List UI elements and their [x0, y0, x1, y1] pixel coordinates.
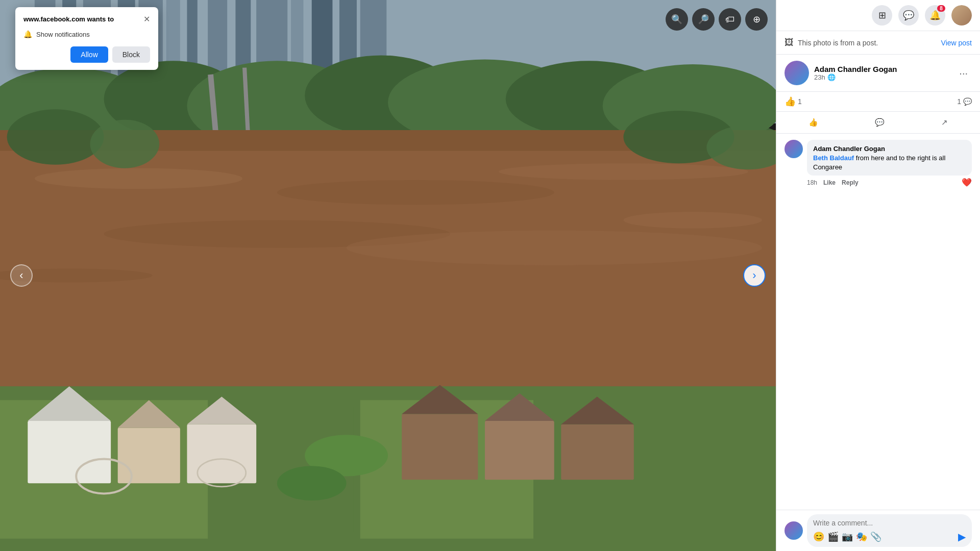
main-viewer: 🔍 🔎 🏷 ⊕ ‹ › www.facebook.com wants to ✕ … — [0, 0, 776, 551]
flood-scene — [0, 0, 776, 551]
post-time: 23h — [814, 73, 825, 81]
comment-action-button[interactable]: 💬 — [867, 114, 893, 131]
popup-actions: Allow Block — [23, 46, 150, 63]
comment-input-field[interactable] — [813, 519, 966, 527]
author-meta: 23h 🌐 — [814, 73, 950, 81]
notification-button[interactable]: 🔔 8 — [925, 5, 945, 26]
svg-point-34 — [7, 109, 104, 165]
grid-menu-button[interactable]: ⊞ — [872, 5, 892, 26]
post-info-bar: 🖼 This photo is from a post. View post — [776, 31, 980, 55]
author-avatar — [785, 61, 809, 85]
prev-arrow-button[interactable]: ‹ — [10, 264, 33, 287]
comment-input-avatar — [785, 521, 803, 540]
comment-mention: Beth Baldauf — [813, 154, 854, 162]
comment-gif-button[interactable]: 🎬 — [827, 531, 839, 543]
notification-popup: www.facebook.com wants to ✕ 🔔 Show notif… — [15, 7, 158, 70]
svg-rect-44 — [118, 428, 180, 484]
share-action-button[interactable]: ↗ — [933, 114, 956, 131]
comment-icon: 💬 — [963, 97, 972, 106]
viewer-toolbar: 🔍 🔎 🏷 ⊕ — [666, 8, 768, 31]
like-count: 1 — [798, 97, 802, 106]
like-emoji: 👍 — [785, 96, 796, 107]
comment-reply-button[interactable]: Reply — [842, 179, 859, 186]
like-action-button[interactable]: 👍 — [800, 114, 826, 131]
fullscreen-button[interactable]: ⊕ — [745, 8, 768, 31]
comment-actions: 18h Like Reply ❤️ — [807, 178, 972, 187]
globe-icon: 🌐 — [827, 73, 836, 81]
comment-bubble: Adam Chandler Gogan Beth Baldauf from he… — [807, 140, 972, 176]
popup-notification-row: 🔔 Show notifications — [23, 30, 150, 38]
author-info: Adam Chandler Gogan 23h 🌐 — [814, 65, 950, 81]
comment-emoji-button[interactable]: 😊 — [813, 531, 824, 543]
post-author-section: Adam Chandler Gogan 23h 🌐 ··· — [776, 55, 980, 92]
zoom-out-button[interactable]: 🔎 — [692, 8, 715, 31]
notification-badge: 8 — [937, 5, 945, 12]
next-arrow-button[interactable]: › — [743, 264, 766, 287]
profile-avatar-button[interactable] — [951, 5, 972, 26]
svg-rect-50 — [485, 421, 554, 480]
comment-photo-button[interactable]: 📷 — [842, 531, 853, 543]
svg-rect-52 — [561, 424, 634, 480]
share-action-icon: ↗ — [941, 118, 948, 127]
photo-post-text: This photo is from a post. — [798, 39, 878, 47]
notification-label: Show notifications — [36, 31, 90, 38]
comment-author: Adam Chandler Gogan — [813, 145, 885, 153]
avatar — [951, 5, 972, 26]
comment-send-button[interactable]: ▶ — [958, 531, 966, 543]
svg-point-27 — [35, 168, 242, 189]
comment-input-actions: 😊 🎬 📷 🎭 📎 ▶ — [813, 531, 966, 543]
comment-input-section: 😊 🎬 📷 🎭 📎 ▶ — [776, 510, 980, 551]
svg-rect-48 — [402, 414, 478, 480]
comment-count-number: 1 — [957, 97, 961, 106]
sidebar-topnav: ⊞ 💬 🔔 8 — [776, 0, 980, 31]
grid-icon: ⊞ — [878, 10, 886, 21]
reactions-bar: 👍 1 1 💬 — [776, 92, 980, 112]
comment-sticker-button[interactable]: 🎭 — [856, 531, 867, 543]
right-sidebar: ⊞ 💬 🔔 8 🖼 This photo is from a post. Vie… — [776, 0, 980, 551]
popup-title: www.facebook.com wants to — [23, 15, 114, 24]
popup-header: www.facebook.com wants to ✕ — [23, 15, 150, 24]
like-action-icon: 👍 — [808, 118, 818, 127]
svg-point-33 — [623, 212, 762, 229]
popup-close-button[interactable]: ✕ — [143, 14, 150, 24]
comments-section: Adam Chandler Gogan Beth Baldauf from he… — [776, 134, 980, 510]
comment-item: Adam Chandler Gogan Beth Baldauf from he… — [785, 140, 972, 187]
svg-rect-42 — [28, 421, 111, 483]
popup-wants: wants to — [85, 15, 114, 23]
messenger-button[interactable]: 💬 — [898, 5, 919, 26]
allow-button[interactable]: Allow — [70, 46, 108, 63]
svg-point-57 — [277, 466, 347, 500]
action-buttons: 👍 💬 ↗ — [776, 112, 980, 134]
comment-content: Adam Chandler Gogan Beth Baldauf from he… — [807, 140, 972, 187]
photo-icon: 🖼 — [785, 37, 794, 48]
more-options-button[interactable]: ··· — [955, 65, 972, 81]
heart-reaction-icon: ❤️ — [962, 178, 972, 187]
comment-count: 1 💬 — [957, 97, 972, 106]
messenger-icon: 💬 — [903, 10, 914, 21]
svg-point-31 — [347, 231, 762, 265]
comment-avatar — [785, 140, 803, 158]
zoom-in-button[interactable]: 🔍 — [666, 8, 688, 31]
svg-point-28 — [277, 180, 554, 205]
tag-button[interactable]: 🏷 — [719, 8, 741, 31]
comment-attachment-button[interactable]: 📎 — [870, 531, 881, 543]
comment-like-button[interactable]: Like — [823, 179, 836, 186]
author-name: Adam Chandler Gogan — [814, 65, 950, 73]
comment-time: 18h — [807, 179, 817, 186]
comment-action-icon: 💬 — [875, 118, 885, 127]
bell-icon: 🔔 — [23, 30, 32, 38]
popup-domain: www.facebook.com — [23, 15, 85, 23]
view-post-link[interactable]: View post — [941, 39, 972, 47]
post-info-left: 🖼 This photo is from a post. — [785, 37, 878, 48]
block-button[interactable]: Block — [112, 46, 150, 63]
comment-input-wrapper: 😊 🎬 📷 🎭 📎 ▶ — [807, 514, 972, 547]
svg-point-29 — [499, 163, 748, 180]
svg-point-35 — [90, 120, 159, 168]
like-reaction-count: 👍 1 — [785, 96, 802, 107]
